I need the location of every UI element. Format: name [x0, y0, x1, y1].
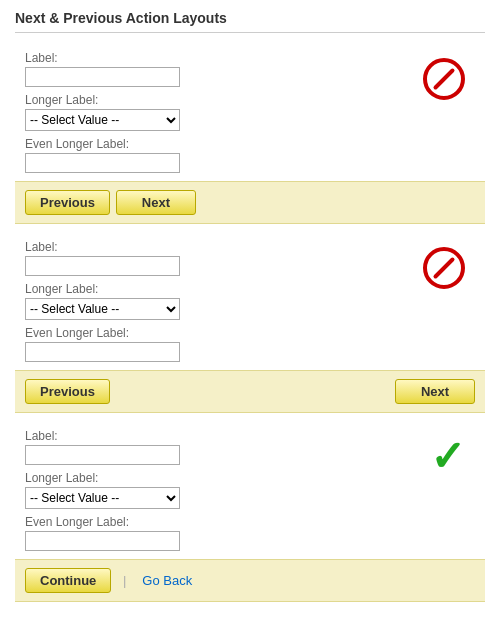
separator: | [119, 573, 126, 588]
even-longer-label-input-1[interactable] [25, 153, 180, 173]
even-longer-label-input-3[interactable] [25, 531, 180, 551]
even-longer-label-label-3: Even Longer Label: [25, 515, 485, 529]
longer-label-group-1: Longer Label: -- Select Value -- Option … [25, 93, 485, 131]
action-bar-right-2: Next [395, 379, 475, 404]
longer-label-select-2[interactable]: -- Select Value -- Option 1 Option 2 Opt… [25, 298, 180, 320]
longer-label-label-3: Longer Label: [25, 471, 485, 485]
action-bar-2: Previous Next [15, 370, 485, 413]
action-bar-left-1: Previous Next [25, 190, 196, 215]
form-section-1: Label: Longer Label: -- Select Value -- … [15, 43, 485, 224]
label-input-1[interactable] [25, 67, 180, 87]
even-longer-label-label-1: Even Longer Label: [25, 137, 485, 151]
label-input-2[interactable] [25, 256, 180, 276]
form-section-3: Label: Longer Label: -- Select Value -- … [15, 421, 485, 602]
longer-label-label-1: Longer Label: [25, 93, 485, 107]
action-bar-1: Previous Next [15, 181, 485, 224]
longer-label-select-1[interactable]: -- Select Value -- Option 1 Option 2 Opt… [25, 109, 180, 131]
form-fields-1: Label: Longer Label: -- Select Value -- … [15, 43, 485, 173]
even-longer-label-label-2: Even Longer Label: [25, 326, 485, 340]
form-fields-2: Label: Longer Label: -- Select Value -- … [15, 232, 485, 362]
continue-button[interactable]: Continue [25, 568, 111, 593]
even-longer-label-group-3: Even Longer Label: [25, 515, 485, 551]
even-longer-label-group-2: Even Longer Label: [25, 326, 485, 362]
no-icon-2 [423, 247, 465, 289]
previous-button-2[interactable]: Previous [25, 379, 110, 404]
form-fields-3: Label: Longer Label: -- Select Value -- … [15, 421, 485, 551]
page-title: Next & Previous Action Layouts [15, 10, 485, 33]
even-longer-label-input-2[interactable] [25, 342, 180, 362]
label-label-1: Label: [25, 51, 485, 65]
longer-label-label-2: Longer Label: [25, 282, 485, 296]
longer-label-select-3[interactable]: -- Select Value -- Option 1 Option 2 Opt… [25, 487, 180, 509]
go-back-link[interactable]: Go Back [142, 573, 192, 588]
previous-button-1[interactable]: Previous [25, 190, 110, 215]
status-icon-3: ✓ [430, 436, 465, 478]
check-icon: ✓ [430, 433, 465, 480]
status-icon-2 [423, 247, 465, 289]
longer-label-group-3: Longer Label: -- Select Value -- Option … [25, 471, 485, 509]
form-section-2: Label: Longer Label: -- Select Value -- … [15, 232, 485, 413]
no-icon-1 [423, 58, 465, 100]
longer-label-group-2: Longer Label: -- Select Value -- Option … [25, 282, 485, 320]
label-group-2: Label: [25, 240, 485, 276]
next-button-2[interactable]: Next [395, 379, 475, 404]
even-longer-label-group-1: Even Longer Label: [25, 137, 485, 173]
action-bar-3: Continue | Go Back [15, 559, 485, 602]
label-label-2: Label: [25, 240, 485, 254]
label-input-3[interactable] [25, 445, 180, 465]
action-bar-left-2: Previous [25, 379, 110, 404]
label-label-3: Label: [25, 429, 485, 443]
action-bar-left-3: Continue | Go Back [25, 568, 192, 593]
label-group-3: Label: [25, 429, 485, 465]
label-group-1: Label: [25, 51, 485, 87]
next-button-1[interactable]: Next [116, 190, 196, 215]
status-icon-1 [423, 58, 465, 100]
